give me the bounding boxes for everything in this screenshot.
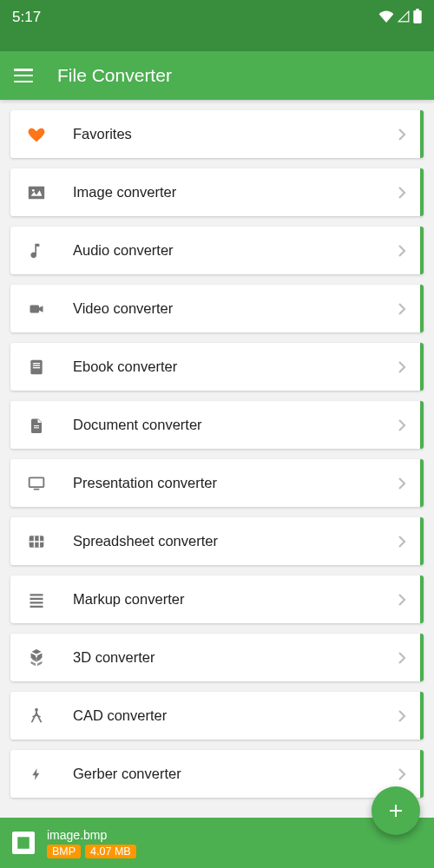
- chevron-right-icon: [398, 477, 406, 490]
- category-label: Presentation converter: [73, 475, 398, 491]
- chevron-right-icon: [398, 767, 406, 781]
- category-document[interactable]: Document converter: [10, 401, 424, 449]
- category-label: Spreadsheet converter: [73, 533, 398, 549]
- chevron-right-icon: [398, 186, 406, 200]
- battery-icon: [413, 9, 422, 23]
- category-cad[interactable]: CAD converter: [10, 692, 424, 740]
- category-video[interactable]: Video converter: [10, 285, 424, 332]
- job-thumbnail: [12, 832, 35, 854]
- menu-button[interactable]: [14, 69, 33, 82]
- chevron-right-icon: [398, 360, 406, 374]
- category-gerber[interactable]: Gerber converter: [10, 750, 424, 798]
- status-time: 5:17: [12, 9, 41, 26]
- current-job-bar[interactable]: image.bmp BMP 4.07 MB: [0, 818, 434, 868]
- app-bar: File Converter: [0, 51, 434, 100]
- svg-rect-0: [413, 10, 421, 23]
- bolt-icon: [24, 765, 49, 784]
- videocam-icon: [24, 301, 49, 317]
- music-note-icon: [24, 241, 49, 260]
- lines-icon: [24, 592, 49, 608]
- image-icon: [24, 183, 49, 202]
- book-icon: [24, 358, 49, 377]
- job-format-badge: BMP: [47, 845, 81, 858]
- svg-rect-4: [30, 305, 40, 312]
- category-label: Document converter: [73, 417, 398, 433]
- chevron-right-icon: [398, 244, 406, 258]
- category-label: Favorites: [73, 126, 398, 142]
- signal-icon: [397, 10, 411, 23]
- image-icon: [16, 835, 31, 851]
- svg-rect-9: [34, 425, 39, 426]
- svg-rect-1: [416, 9, 419, 10]
- svg-rect-14: [30, 594, 43, 595]
- wifi-icon: [378, 10, 394, 23]
- job-size-badge: 4.07 MB: [85, 845, 136, 858]
- svg-rect-7: [33, 365, 40, 365]
- job-info: image.bmp BMP 4.07 MB: [47, 828, 136, 858]
- add-file-fab[interactable]: [372, 786, 420, 835]
- svg-rect-2: [29, 186, 44, 199]
- svg-rect-11: [30, 477, 44, 487]
- category-label: Audio converter: [73, 242, 398, 259]
- chevron-right-icon: [398, 128, 406, 141]
- category-spreadsheet[interactable]: Spreadsheet converter: [10, 517, 424, 565]
- category-label: Ebook converter: [73, 358, 398, 375]
- category-3d[interactable]: 3D converter: [10, 634, 424, 681]
- category-audio[interactable]: Audio converter: [10, 227, 424, 274]
- app-title: File Converter: [57, 65, 172, 86]
- svg-rect-6: [33, 363, 40, 364]
- 3d-icon: [24, 648, 49, 667]
- monitor-icon: [24, 475, 49, 492]
- category-favorites[interactable]: Favorites: [10, 110, 424, 158]
- category-image[interactable]: Image converter: [10, 168, 424, 216]
- category-label: CAD converter: [73, 707, 398, 724]
- category-label: Markup converter: [73, 591, 398, 608]
- chevron-right-icon: [398, 302, 406, 316]
- chevron-right-icon: [398, 651, 406, 665]
- file-icon: [24, 416, 49, 435]
- compass-icon: [24, 707, 49, 726]
- chevron-right-icon: [398, 418, 406, 432]
- status-icons: [378, 9, 422, 23]
- heart-icon: [24, 125, 49, 144]
- svg-rect-12: [34, 488, 40, 490]
- chevron-right-icon: [398, 593, 406, 607]
- svg-rect-17: [30, 605, 43, 607]
- category-markup[interactable]: Markup converter: [10, 575, 424, 623]
- svg-rect-16: [30, 602, 43, 603]
- category-label: Image converter: [73, 184, 398, 201]
- status-bar: 5:17: [0, 0, 434, 51]
- grid-icon: [24, 533, 49, 550]
- chevron-right-icon: [398, 709, 406, 723]
- category-presentation[interactable]: Presentation converter: [10, 459, 424, 507]
- svg-rect-15: [30, 597, 43, 599]
- job-filename: image.bmp: [47, 828, 136, 842]
- category-label: Video converter: [73, 300, 398, 317]
- svg-rect-10: [34, 427, 39, 428]
- chevron-right-icon: [398, 535, 406, 549]
- plus-icon: [385, 800, 406, 821]
- category-list: FavoritesImage converterAudio converterV…: [0, 100, 434, 868]
- category-ebook[interactable]: Ebook converter: [10, 343, 424, 391]
- svg-point-3: [32, 188, 35, 191]
- category-label: Gerber converter: [73, 766, 398, 782]
- category-label: 3D converter: [73, 649, 398, 666]
- svg-rect-8: [33, 367, 40, 368]
